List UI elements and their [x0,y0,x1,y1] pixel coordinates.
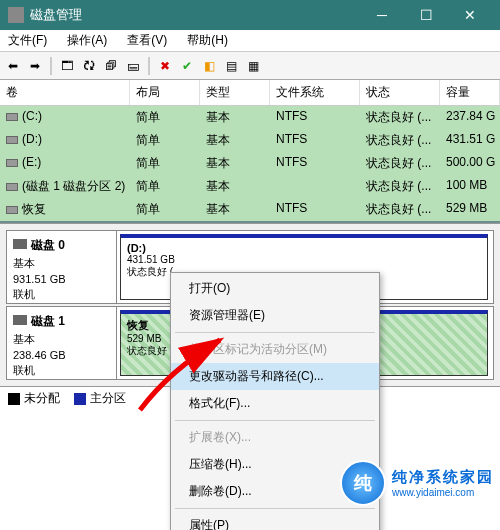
delete-icon[interactable]: ✖ [156,57,174,75]
app-icon [8,7,24,23]
grid-icon[interactable]: ▦ [244,57,262,75]
close-button[interactable]: ✕ [448,0,492,30]
new-icon[interactable]: ◧ [200,57,218,75]
menu-file[interactable]: 文件(F) [4,30,51,51]
table-row[interactable]: (磁盘 1 磁盘分区 2)简单基本状态良好 (...100 MB [0,175,500,198]
col-type[interactable]: 类型 [200,80,270,105]
watermark-url: www.yidaimei.com [392,487,474,498]
separator [148,57,150,75]
back-icon[interactable]: ⬅ [4,57,22,75]
window-title: 磁盘管理 [30,6,360,24]
watermark: 纯 纯净系统家园 www.yidaimei.com [340,460,494,506]
disk-header[interactable]: 磁盘 0基本931.51 GB联机 [7,231,117,303]
view-icon[interactable]: 🗔 [58,57,76,75]
toolbar: ⬅ ➡ 🗔 🗘 🗊 🖴 ✖ ✔ ◧ ▤ ▦ [0,52,500,80]
volume-table: 卷 布局 类型 文件系统 状态 容量 (C:)简单基本NTFS状态良好 (...… [0,80,500,223]
col-layout[interactable]: 布局 [130,80,200,105]
menu-view[interactable]: 查看(V) [123,30,171,51]
legend-unalloc: 未分配 [24,390,60,407]
col-fs[interactable]: 文件系统 [270,80,360,105]
titlebar: 磁盘管理 ─ ☐ ✕ [0,0,500,30]
col-volume[interactable]: 卷 [0,80,130,105]
watermark-logo-icon: 纯 [340,460,386,506]
menu-help[interactable]: 帮助(H) [183,30,232,51]
check-icon[interactable]: ✔ [178,57,196,75]
swatch-primary [74,393,86,405]
table-row[interactable]: 恢复简单基本NTFS状态良好 (...529 MB [0,198,500,221]
table-row[interactable]: (C:)简单基本NTFS状态良好 (...237.84 G [0,106,500,129]
forward-icon[interactable]: ➡ [26,57,44,75]
watermark-brand: 纯净系统家园 [392,468,494,487]
menu-action[interactable]: 操作(A) [63,30,111,51]
ctx-props[interactable]: 属性(P) [171,512,379,530]
separator [175,508,375,509]
swatch-unalloc [8,393,20,405]
list-icon[interactable]: ▤ [222,57,240,75]
ctx-change-letter[interactable]: 更改驱动器号和路径(C)... [171,363,379,390]
ctx-markactive: 将分区标记为活动分区(M) [171,336,379,363]
maximize-button[interactable]: ☐ [404,0,448,30]
table-header: 卷 布局 类型 文件系统 状态 容量 [0,80,500,106]
separator [175,332,375,333]
table-row[interactable]: (D:)简单基本NTFS状态良好 (...431.51 G [0,129,500,152]
col-status[interactable]: 状态 [360,80,440,105]
separator [175,420,375,421]
ctx-open[interactable]: 打开(O) [171,275,379,302]
disk-icon[interactable]: 🖴 [124,57,142,75]
table-row[interactable]: (E:)简单基本NTFS状态良好 (...500.00 G [0,152,500,175]
ctx-extend: 扩展卷(X)... [171,424,379,451]
ctx-explorer[interactable]: 资源管理器(E) [171,302,379,329]
legend-primary: 主分区 [90,390,126,407]
refresh-icon[interactable]: 🗘 [80,57,98,75]
minimize-button[interactable]: ─ [360,0,404,30]
separator [50,57,52,75]
menubar: 文件(F) 操作(A) 查看(V) 帮助(H) [0,30,500,52]
settings-icon[interactable]: 🗊 [102,57,120,75]
col-capacity[interactable]: 容量 [440,80,500,105]
table-body: (C:)简单基本NTFS状态良好 (...237.84 G(D:)简单基本NTF… [0,106,500,221]
disk-header[interactable]: 磁盘 1基本238.46 GB联机 [7,307,117,379]
ctx-format[interactable]: 格式化(F)... [171,390,379,417]
